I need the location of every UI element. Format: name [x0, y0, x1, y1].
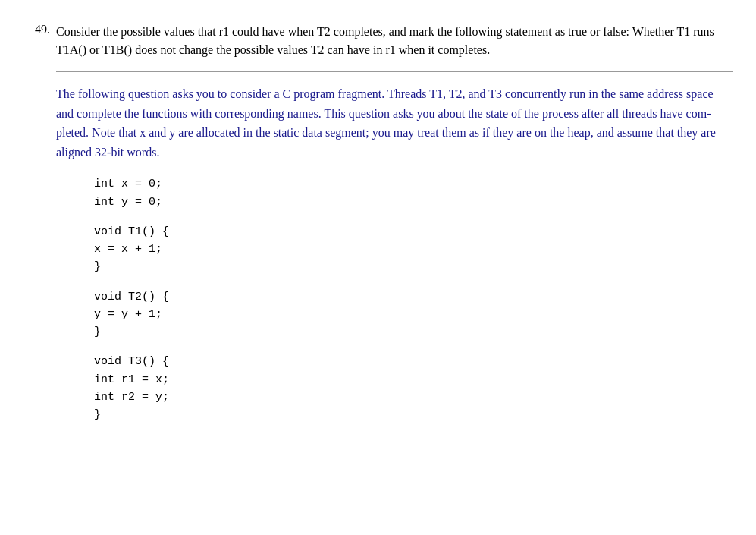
context-text: The following question asks you to consi…	[56, 84, 733, 162]
t2-section: void T2() { y = y + 1; }	[94, 288, 733, 341]
context-block: The following question asks you to consi…	[56, 84, 733, 423]
t3-close: }	[94, 406, 733, 423]
t3-body-line1: int r1 = x;	[94, 371, 733, 389]
t3-header: void T3() {	[94, 353, 733, 370]
question-text: Consider the possible values that r1 cou…	[56, 23, 733, 59]
globals-section: int x = 0; int y = 0;	[94, 175, 733, 211]
t2-header: void T2() {	[94, 288, 733, 306]
t1-body: x = x + 1;	[94, 241, 733, 258]
t1-section: void T1() { x = x + 1; }	[94, 223, 733, 276]
t1-close: }	[94, 258, 733, 275]
divider	[56, 71, 733, 72]
global-y: int y = 0;	[94, 194, 733, 211]
question-header: 49. Consider the possible values that r1…	[23, 23, 733, 59]
question-block: 49. Consider the possible values that r1…	[23, 15, 733, 446]
t3-section: void T3() { int r1 = x; int r2 = y; }	[94, 353, 733, 423]
global-x: int x = 0;	[94, 175, 733, 193]
t2-close: }	[94, 323, 733, 341]
t3-body-line2: int r2 = y;	[94, 389, 733, 406]
t1-header: void T1() {	[94, 223, 733, 241]
t2-body: y = y + 1;	[94, 306, 733, 323]
code-block: int x = 0; int y = 0; void T1() { x = x …	[94, 175, 733, 423]
question-number: 49.	[23, 23, 50, 36]
